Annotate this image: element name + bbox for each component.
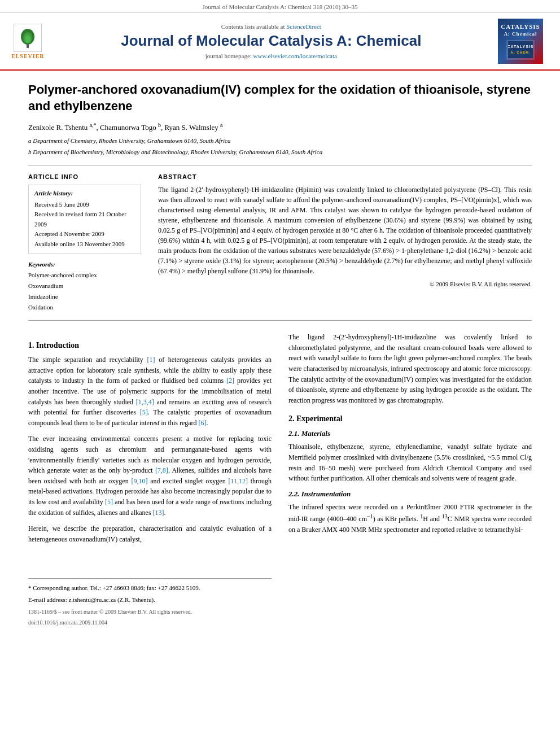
svg-text:CATALYSIS: CATALYSIS — [508, 45, 533, 49]
author-ryan: Ryan S. Walmsley — [164, 124, 218, 132]
keywords-title: Keywords: — [28, 261, 141, 268]
ref-1[interactable]: [1] — [147, 356, 155, 364]
ref-13[interactable]: [13] — [153, 509, 164, 517]
page-wrapper: Journal of Molecular Catalysis A: Chemic… — [0, 0, 560, 747]
ref-7-8[interactable]: [7,8] — [155, 466, 168, 474]
accepted-date: Accepted 4 November 2009 — [34, 229, 135, 239]
ref-5b[interactable]: [5] — [105, 498, 113, 506]
ref-2[interactable]: [2] — [226, 377, 234, 385]
article-history-box: Article history: Received 5 June 2009 Re… — [28, 185, 141, 255]
catalysis-logo: CATALYSIS A: Chemical CATALYSIS A: CHEM. — [498, 19, 543, 64]
article-info-abstract-section: ARTICLE INFO Article history: Received 5… — [28, 173, 532, 313]
journal-banner: ELSEVIER Contents lists available at Sci… — [0, 13, 560, 71]
footer-issn: 1381-1169/$ – see front matter © 2009 El… — [28, 609, 272, 615]
svg-point-3 — [25, 35, 30, 43]
sciencedirect-link[interactable]: ScienceDirect — [286, 23, 321, 30]
elsevier-text: ELSEVIER — [11, 53, 45, 59]
author-chamunorwa: Chamunorwa Togo — [100, 124, 156, 132]
experimental-section-title: 2. Experimental — [288, 414, 532, 423]
elsevier-logo-image — [14, 24, 42, 52]
abstract-text: The ligand 2-(2′-hydroxyphenyl)-1H-imida… — [158, 185, 532, 276]
footnote-corresponding: * Corresponding author. Tel.: +27 46603 … — [28, 583, 272, 593]
keywords-box: Keywords: Polymer-anchored complex Oxova… — [28, 261, 141, 312]
author-zenixole: Zenixole R. Tshentu — [28, 124, 88, 132]
keyword-4: Oxidation — [28, 302, 141, 313]
divider-after-abstract — [28, 320, 532, 321]
journal-header-top: Journal of Molecular Catalysis A: Chemic… — [0, 0, 560, 13]
copyright-line: © 2009 Elsevier B.V. All rights reserved… — [158, 281, 532, 287]
ref-9-10[interactable]: [9,10] — [131, 477, 147, 485]
received-date: Received 5 June 2009 — [34, 200, 135, 210]
sciencedirect-line: Contents lists available at ScienceDirec… — [56, 23, 487, 30]
article-info-header: ARTICLE INFO — [28, 173, 141, 180]
svg-text:A: CHEM.: A: CHEM. — [510, 51, 530, 54]
body-content: 1. Introduction The simple separation an… — [28, 332, 532, 626]
svg-rect-4 — [508, 41, 533, 58]
keyword-2: Oxovanadium — [28, 281, 141, 291]
journal-homepage-url[interactable]: www.elsevier.com/locate/molcata — [253, 53, 337, 59]
footer-doi: doi:10.1016/j.molcata.2009.11.004 — [28, 619, 272, 626]
affil-a2: a — [220, 122, 222, 128]
ref-5[interactable]: [5] — [140, 408, 148, 416]
banner-left: ELSEVIER — [11, 24, 45, 59]
affiliation-b: b Department of Biochemistry, Microbiolo… — [28, 147, 532, 157]
body-col-right: The ligand 2-(2′-hydroxyphenyl)-1H-imida… — [288, 332, 532, 626]
journal-volume: Journal of Molecular Catalysis A: Chemic… — [203, 3, 358, 10]
article-title: Polymer-anchored oxovanadium(IV) complex… — [28, 82, 532, 114]
abstract-column: ABSTRACT The ligand 2-(2′-hydroxyphenyl)… — [158, 173, 532, 313]
intro-para-3: Herein, we describe the preparation, cha… — [28, 523, 272, 544]
journal-homepage-line: journal homepage: www.elsevier.com/locat… — [56, 53, 487, 59]
available-date: Available online 13 November 2009 — [34, 239, 135, 250]
body-col-left: 1. Introduction The simple separation an… — [28, 332, 272, 626]
affil-b: b — [158, 122, 161, 128]
article-info-column: ARTICLE INFO Article history: Received 5… — [28, 173, 141, 313]
affiliation-a: a Department of Chemistry, Rhodes Univer… — [28, 136, 532, 146]
instrumentation-para: The infrared spectra were recorded on a … — [288, 502, 532, 535]
footnotes-section: * Corresponding author. Tel.: +27 46603 … — [28, 578, 272, 604]
intro-para-1: The simple separation and recyclability … — [28, 355, 272, 428]
ref-6[interactable]: [6] — [199, 419, 207, 427]
journal-title-banner: Journal of Molecular Catalysis A: Chemic… — [56, 32, 487, 50]
materials-subsection-title: 2.1. Materials — [288, 429, 532, 438]
ref-11-12[interactable]: [11,12] — [228, 477, 248, 485]
ref-1-3-4[interactable]: [1,3,4] — [136, 398, 154, 406]
footnote-email: E-mail address: z.tshentu@ru.ac.za (Z.R.… — [28, 595, 272, 605]
article-history-title: Article history: — [34, 190, 135, 196]
article-authors: Zenixole R. Tshentu a,*, Chamunorwa Togo… — [28, 122, 532, 132]
keyword-3: Imidazoline — [28, 291, 141, 302]
abstract-header: ABSTRACT — [158, 173, 532, 180]
intro-para-2: The ever increasing environmental concer… — [28, 434, 272, 518]
affil-a-star: a,* — [90, 122, 97, 128]
intro-section-title: 1. Introduction — [28, 341, 272, 350]
elsevier-logo: ELSEVIER — [11, 24, 45, 59]
banner-center: Contents lists available at ScienceDirec… — [45, 23, 498, 59]
materials-para: Thioanisole, ethylbenzene, styrene, ethy… — [288, 442, 532, 483]
body-two-col: 1. Introduction The simple separation an… — [28, 332, 532, 626]
revised-date: Received in revised form 21 October 2009 — [34, 209, 135, 229]
intro-right-para-1: The ligand 2-(2′-hydroxyphenyl)-1H-imida… — [288, 332, 532, 405]
article-content: Polymer-anchored oxovanadium(IV) complex… — [0, 71, 560, 643]
divider-after-affiliations — [28, 165, 532, 165]
instrumentation-subsection-title: 2.2. Instrumentation — [288, 490, 532, 499]
keyword-1: Polymer-anchored complex — [28, 270, 141, 281]
